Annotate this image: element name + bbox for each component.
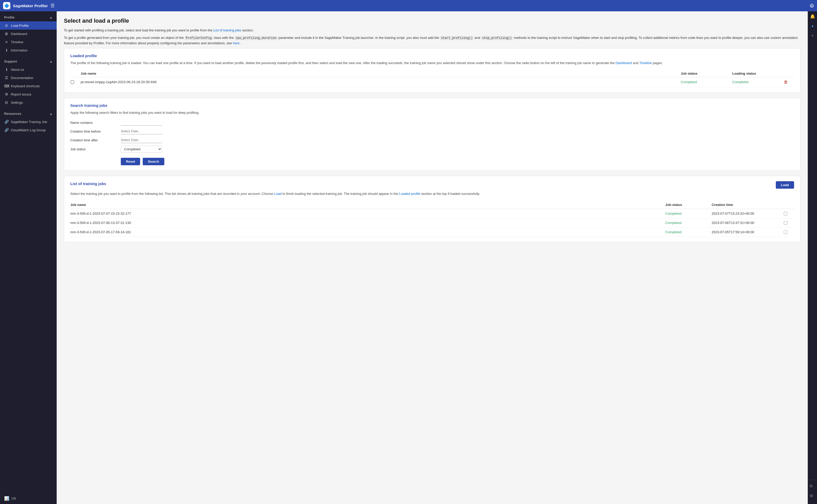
profile-section-label: Profile bbox=[4, 15, 14, 19]
resources-chevron-icon: ▲ bbox=[49, 112, 53, 116]
job-row-1-checkbox bbox=[784, 212, 794, 215]
cloudwatch-icon: 🔗 bbox=[4, 128, 9, 132]
topbar: 🔷 SageMaker Profiler ☰ ⏻ bbox=[0, 0, 817, 11]
timeline-link[interactable]: Timeline bbox=[639, 61, 652, 65]
support-section-label: Support bbox=[4, 59, 17, 63]
loaded-profile-table: Job name Job status Loading status pt-re… bbox=[70, 70, 794, 87]
sidebar-report-label: Report issuus bbox=[11, 92, 31, 96]
job-checkbox-1[interactable] bbox=[784, 212, 787, 215]
reset-button[interactable]: Reset bbox=[121, 158, 140, 165]
sidebar-item-dashboard[interactable]: ⊞ Dashboard bbox=[0, 30, 57, 38]
jobs-table: Job name Job status Creation time mm-3-5… bbox=[70, 201, 794, 237]
profiler-config-code: ProfilerConfig bbox=[185, 36, 213, 40]
delete-icon[interactable]: 🗑 bbox=[784, 80, 788, 84]
jobs-col-name: Job name bbox=[70, 203, 665, 207]
sidebar-item-information[interactable]: ℹ Information bbox=[0, 46, 57, 54]
col-radio bbox=[70, 72, 81, 75]
search-jobs-title: Search training jobs bbox=[70, 103, 794, 108]
sidebar-item-timeline[interactable]: ≡ Timeline bbox=[0, 38, 57, 46]
job-row-2-time: 2023-07-06T13:37:31+00:00 bbox=[712, 221, 784, 225]
bell-icon[interactable]: 🔔 bbox=[810, 11, 815, 21]
list-jobs-title: List of training jobs bbox=[70, 181, 106, 186]
job-checkbox-2[interactable] bbox=[784, 221, 787, 225]
plus-icon[interactable]: + bbox=[811, 31, 814, 41]
maximize-icon[interactable]: ⧉ bbox=[810, 481, 816, 491]
settings-icon: ⊟ bbox=[4, 100, 9, 105]
job-status-select[interactable]: All Completed InProgress Failed Stopped bbox=[121, 146, 162, 153]
sidebar-item-load-profile[interactable]: ⊙ Load Profile bbox=[0, 21, 57, 30]
job-status-cell: Completed bbox=[681, 80, 732, 84]
creation-time-before-input[interactable] bbox=[121, 128, 162, 134]
search-form: Name contains Creation time before Creat… bbox=[70, 119, 794, 165]
gear-right-icon[interactable]: ⚙ bbox=[810, 491, 816, 501]
name-contains-row: Name contains bbox=[70, 119, 794, 126]
delete-cell: 🗑 bbox=[784, 80, 794, 84]
sidebar-item-sagemaker-training[interactable]: 🔗 SageMaker Training Job bbox=[0, 118, 57, 126]
panel-divider bbox=[810, 480, 816, 480]
search-button[interactable]: Search bbox=[143, 158, 164, 165]
jobs-col-status: Job status bbox=[665, 203, 712, 207]
sidebar: Profile ▲ ⊙ Load Profile ⊞ Dashboard ≡ T… bbox=[0, 11, 57, 504]
creation-time-after-input[interactable] bbox=[121, 137, 162, 143]
sidebar-dashboard-label: Dashboard bbox=[11, 32, 27, 36]
job-row-3-name: mm-3-500-d-1-2023-07-05-17-59-14-181 bbox=[70, 230, 665, 234]
load-profile-icon: ⊙ bbox=[4, 23, 9, 28]
search-jobs-desc: Apply the following search filters to fi… bbox=[70, 110, 794, 116]
sidebar-item-keyboard-shortcuts[interactable]: ⌨ Keyboard shortcuts bbox=[0, 82, 57, 90]
sidebar-item-documentation[interactable]: ☰ Documentation bbox=[0, 74, 57, 82]
job-row-3-time: 2023-07-05T17:59:14+00:00 bbox=[712, 230, 784, 234]
job-row-3-status: Completed bbox=[665, 230, 712, 234]
job-checkbox-3[interactable] bbox=[784, 230, 787, 234]
list-of-training-jobs-link[interactable]: List of training jobs bbox=[213, 28, 241, 32]
circle-blue-icon[interactable]: ● bbox=[811, 21, 813, 31]
job-status-row: Job status All Completed InProgress Fail… bbox=[70, 146, 794, 153]
sidebar-keyboard-label: Keyboard shortcuts bbox=[11, 84, 40, 88]
power-icon[interactable]: ⏻ bbox=[810, 3, 814, 8]
sidebar-sagemaker-label: SageMaker Training Job bbox=[11, 120, 47, 124]
sidebar-load-profile-label: Load Profile bbox=[11, 24, 29, 28]
topbar-right: ⏻ bbox=[810, 3, 814, 8]
profile-section: Profile ▲ ⊙ Load Profile ⊞ Dashboard ≡ T… bbox=[0, 11, 57, 55]
job-row-2-checkbox bbox=[784, 221, 794, 225]
loaded-profile-link[interactable]: Loaded profile bbox=[399, 192, 420, 196]
main-content: Select and load a profile To get started… bbox=[57, 11, 808, 504]
profile-section-header: Profile ▲ bbox=[0, 14, 57, 21]
report-icon: ⚙ bbox=[4, 92, 9, 96]
timeline-icon: ≡ bbox=[4, 40, 9, 44]
sidebar-item-report-issues[interactable]: ⚙ Report issuus bbox=[0, 90, 57, 98]
load-link[interactable]: Load bbox=[274, 192, 281, 196]
list-jobs-header: List of training jobs Load bbox=[70, 181, 794, 189]
creation-time-after-label: Creation time after bbox=[70, 138, 117, 142]
profile-chevron-icon: ▲ bbox=[49, 16, 53, 19]
name-contains-input[interactable] bbox=[121, 119, 162, 126]
resources-section-header: Resources ▲ bbox=[0, 111, 57, 118]
support-section-header: Support ▲ bbox=[0, 58, 57, 65]
load-button[interactable]: Load bbox=[776, 181, 794, 189]
sidebar-timeline-label: Timeline bbox=[11, 40, 23, 44]
list-jobs-card: List of training jobs Load Select the tr… bbox=[64, 176, 801, 242]
dashboard-link[interactable]: Dashboard bbox=[616, 61, 632, 65]
search-buttons: Reset Search bbox=[70, 158, 794, 165]
job-radio-button[interactable] bbox=[70, 80, 74, 84]
creation-time-before-label: Creation time before bbox=[70, 129, 117, 133]
table-row: pt-resnet-smppy-1xg4dn-2023-06-23-18-20-… bbox=[70, 77, 794, 87]
search-jobs-card: Search training jobs Apply the following… bbox=[64, 98, 801, 171]
sagemaker-training-icon: 🔗 bbox=[4, 120, 9, 124]
db-icon[interactable]: DB bbox=[11, 497, 16, 500]
table-header: Job name Job status Loading status bbox=[70, 70, 794, 77]
creation-time-after-row: Creation time after bbox=[70, 137, 794, 143]
here-link[interactable]: here bbox=[233, 41, 239, 45]
page-title: Select and load a profile bbox=[64, 18, 801, 24]
chart-icon[interactable]: 📊 bbox=[4, 496, 9, 501]
cpu-profiling-code: cpu_profiling_duration bbox=[235, 36, 277, 40]
list-item: mm-3-500-d-1-2023-07-07-15-23-32-177 Com… bbox=[70, 209, 794, 218]
support-chevron-icon: ▲ bbox=[49, 60, 53, 63]
sidebar-item-settings[interactable]: ⊟ Settings bbox=[0, 98, 57, 107]
col-loading-status: Loading status bbox=[732, 72, 784, 75]
sidebar-item-about-us[interactable]: ℹ About us bbox=[0, 65, 57, 74]
menu-icon[interactable]: ☰ bbox=[50, 3, 55, 8]
job-row-2-name: mm-3-500-d-1-2023-07-06-13-37-31-130 bbox=[70, 221, 665, 225]
sidebar-item-cloudwatch[interactable]: 🔗 CloudWatch Log Group bbox=[0, 126, 57, 134]
keyboard-icon: ⌨ bbox=[4, 84, 9, 88]
job-status-label: Job status bbox=[70, 147, 117, 151]
